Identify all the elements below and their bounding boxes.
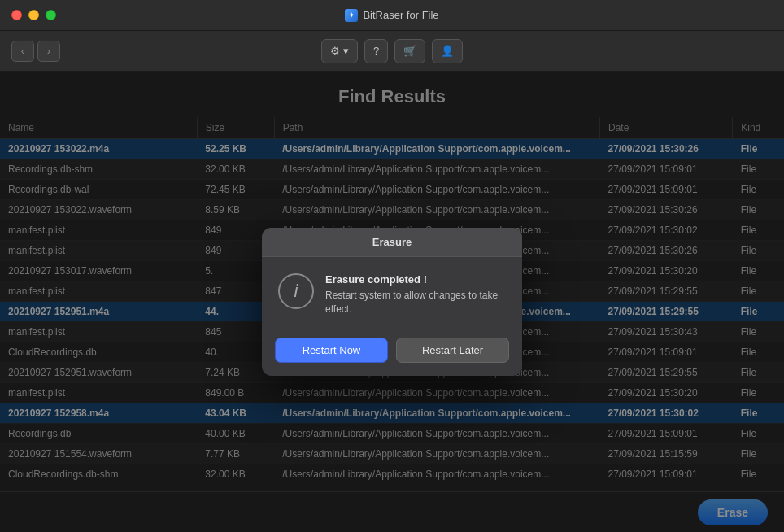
profile-icon: 👤: [441, 45, 454, 57]
restart-later-button[interactable]: Restart Later: [396, 338, 509, 363]
gear-icon: ⚙: [330, 45, 340, 57]
app-title: ✦ BitRaser for File: [345, 9, 438, 22]
cart-button[interactable]: 🛒: [394, 39, 425, 63]
app-icon: ✦: [345, 9, 358, 22]
page-content: Find Results Name Size Path Date Kind 20…: [0, 72, 784, 532]
traffic-lights: [11, 10, 56, 20]
erasure-dialog: Erasure i Erasure completed ! Restart sy…: [262, 228, 522, 376]
forward-button[interactable]: ›: [37, 41, 60, 62]
profile-button[interactable]: 👤: [432, 39, 463, 63]
toolbar: ‹ › ⚙ ▾ ? 🛒 👤: [0, 31, 784, 72]
nav-group: ‹ ›: [11, 41, 60, 62]
info-icon: i: [278, 273, 314, 309]
minimize-button[interactable]: [28, 10, 39, 20]
modal-body: i Erasure completed ! Restart system to …: [262, 257, 522, 329]
back-button[interactable]: ‹: [11, 41, 34, 62]
settings-dropdown-icon: ▾: [343, 45, 349, 57]
modal-title: Erasure: [262, 228, 522, 257]
restart-now-button[interactable]: Restart Now: [275, 338, 388, 363]
modal-footer: Restart Now Restart Later: [262, 329, 522, 376]
settings-button[interactable]: ⚙ ▾: [321, 39, 358, 63]
modal-overlay: Erasure i Erasure completed ! Restart sy…: [0, 72, 784, 532]
modal-text-content: Erasure completed ! Restart system to al…: [325, 273, 506, 316]
help-button[interactable]: ?: [364, 39, 388, 63]
maximize-button[interactable]: [46, 10, 56, 20]
erasure-complete-message: Erasure completed !: [325, 273, 506, 286]
cart-icon: 🛒: [403, 45, 416, 57]
close-button[interactable]: [11, 10, 22, 20]
title-bar: ✦ BitRaser for File: [0, 0, 784, 31]
erasure-sub-message: Restart system to allow changes to take …: [325, 289, 506, 316]
help-icon: ?: [373, 45, 379, 57]
